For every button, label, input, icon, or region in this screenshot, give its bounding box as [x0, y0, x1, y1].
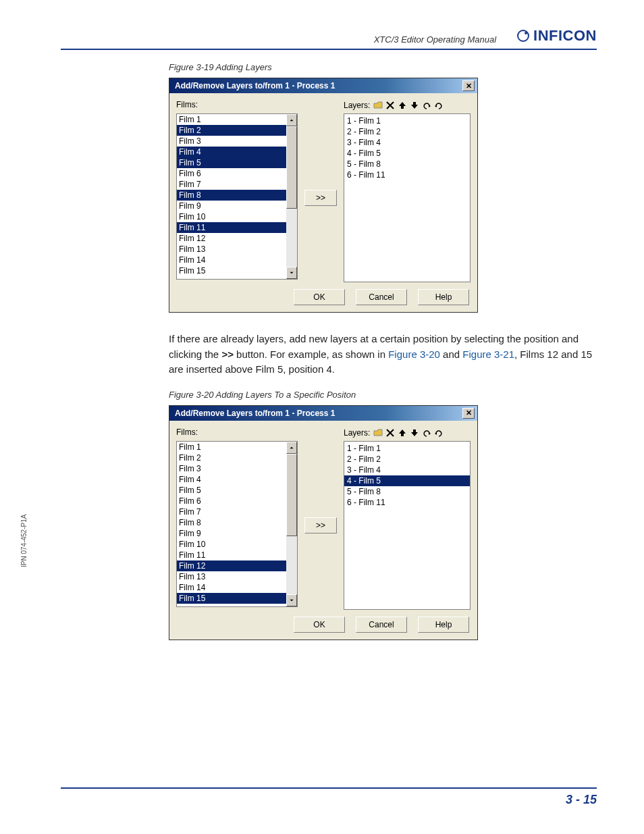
film-item[interactable]: Film 2: [177, 125, 286, 136]
help-button[interactable]: Help: [418, 617, 469, 633]
film-item[interactable]: Film 5: [177, 485, 286, 496]
film-item[interactable]: Film 2: [177, 452, 286, 463]
film-item[interactable]: Film 4: [177, 147, 286, 157]
film-item[interactable]: Film 8: [177, 517, 286, 528]
undo-icon[interactable]: [421, 427, 432, 438]
layer-item[interactable]: 5 - Film 8: [344, 486, 470, 497]
redo-icon[interactable]: [433, 427, 444, 438]
undo-icon[interactable]: [421, 100, 432, 111]
film-item[interactable]: Film 12: [177, 233, 286, 244]
layer-item[interactable]: 4 - Film 5: [344, 475, 470, 486]
ok-button[interactable]: OK: [294, 617, 345, 633]
figure-caption-19: Figure 3-19 Adding Layers: [169, 62, 597, 72]
layer-item[interactable]: 6 - Film 11: [344, 170, 470, 180]
manual-title: XTC/3 Editor Operating Manual: [374, 34, 503, 45]
brand-logo: INFICON: [516, 27, 597, 45]
layer-item[interactable]: 1 - Film 1: [344, 443, 470, 454]
film-item[interactable]: Film 10: [177, 211, 286, 222]
link-fig320[interactable]: Figure 3-20: [388, 348, 440, 360]
layer-item[interactable]: 6 - Film 11: [344, 497, 470, 508]
ok-button[interactable]: OK: [294, 289, 345, 305]
cancel-button[interactable]: Cancel: [356, 617, 407, 633]
dialog-title: Add/Remove Layers to/from 1 - Process 1: [175, 409, 335, 418]
film-item[interactable]: Film 3: [177, 136, 286, 147]
film-item[interactable]: Film 6: [177, 496, 286, 506]
film-item[interactable]: Film 14: [177, 255, 286, 265]
up-icon[interactable]: [397, 427, 408, 438]
scroll-down-icon[interactable]: [286, 594, 297, 606]
dialog-fig19: Add/Remove Layers to/from 1 - Process 1 …: [169, 78, 478, 313]
titlebar[interactable]: Add/Remove Layers to/from 1 - Process 1 …: [169, 406, 477, 421]
redo-icon[interactable]: [433, 100, 444, 111]
film-item[interactable]: Film 3: [177, 463, 286, 474]
move-right-button[interactable]: >>: [304, 190, 337, 206]
page-header: XTC/3 Editor Operating Manual INFICON: [61, 27, 597, 50]
down-icon[interactable]: [409, 427, 420, 438]
films-listbox[interactable]: Film 1Film 2Film 3Film 4Film 5Film 6Film…: [176, 113, 298, 280]
scroll-up-icon[interactable]: [286, 442, 297, 454]
film-item[interactable]: Film 7: [177, 179, 286, 190]
scroll-thumb[interactable]: [286, 126, 297, 209]
cancel-button[interactable]: Cancel: [356, 289, 407, 305]
scroll-thumb[interactable]: [286, 454, 297, 536]
film-item[interactable]: Film 11: [177, 550, 286, 561]
brand-icon: [516, 29, 530, 43]
ipn-label: IPN 074-452-P1A: [20, 515, 28, 567]
scrollbar[interactable]: [286, 114, 297, 279]
film-item[interactable]: Film 10: [177, 539, 286, 550]
up-icon[interactable]: [397, 100, 408, 111]
film-item[interactable]: Film 13: [177, 244, 286, 255]
dialog-fig20: Add/Remove Layers to/from 1 - Process 1 …: [169, 405, 478, 640]
page-number: 3 - 15: [61, 787, 597, 807]
film-item[interactable]: Film 4: [177, 474, 286, 485]
titlebar[interactable]: Add/Remove Layers to/from 1 - Process 1 …: [169, 78, 477, 93]
films-listbox[interactable]: Film 1Film 2Film 3Film 4Film 5Film 6Film…: [176, 441, 298, 607]
layer-item[interactable]: 3 - Film 4: [344, 465, 470, 475]
svg-point-1: [525, 32, 527, 34]
film-item[interactable]: Film 12: [177, 561, 286, 571]
layers-listbox[interactable]: 1 - Film 12 - Film 23 - Film 44 - Film 5…: [344, 441, 471, 610]
film-item[interactable]: Film 9: [177, 528, 286, 539]
layer-item[interactable]: 2 - Film 2: [344, 454, 470, 465]
open-icon[interactable]: [373, 427, 383, 438]
films-label: Films:: [176, 100, 298, 111]
scroll-down-icon[interactable]: [286, 267, 297, 279]
dialog-title: Add/Remove Layers to/from 1 - Process 1: [175, 81, 335, 90]
close-icon[interactable]: ✕: [462, 80, 475, 91]
scroll-up-icon[interactable]: [286, 114, 297, 126]
body-paragraph: If there are already layers, add new lay…: [169, 332, 597, 377]
layer-item[interactable]: 4 - Film 5: [344, 148, 470, 159]
films-label: Films:: [176, 427, 298, 438]
delete-icon[interactable]: [385, 100, 396, 111]
film-item[interactable]: Film 7: [177, 506, 286, 517]
open-icon[interactable]: [373, 100, 383, 111]
layers-label: Layers:: [344, 101, 370, 110]
film-item[interactable]: Film 1: [177, 442, 286, 452]
close-icon[interactable]: ✕: [462, 408, 475, 419]
film-item[interactable]: Film 5: [177, 157, 286, 168]
down-icon[interactable]: [409, 100, 420, 111]
film-item[interactable]: Film 9: [177, 201, 286, 211]
film-item[interactable]: Film 15: [177, 593, 286, 604]
layers-listbox[interactable]: 1 - Film 12 - Film 23 - Film 44 - Film 5…: [344, 113, 471, 282]
layer-item[interactable]: 5 - Film 8: [344, 159, 470, 170]
layer-item[interactable]: 2 - Film 2: [344, 126, 470, 137]
film-item[interactable]: Film 8: [177, 190, 286, 201]
film-item[interactable]: Film 1: [177, 114, 286, 125]
layers-label: Layers:: [344, 428, 370, 438]
film-item[interactable]: Film 11: [177, 222, 286, 233]
help-button[interactable]: Help: [418, 289, 469, 305]
film-item[interactable]: Film 14: [177, 582, 286, 593]
film-item[interactable]: Film 13: [177, 571, 286, 582]
move-right-button[interactable]: >>: [304, 517, 337, 533]
link-fig321[interactable]: Figure 3-21: [462, 348, 514, 360]
figure-caption-20: Figure 3-20 Adding Layers To a Specific …: [169, 390, 597, 400]
scrollbar[interactable]: [286, 442, 297, 606]
delete-icon[interactable]: [385, 427, 396, 438]
svg-point-0: [518, 30, 529, 41]
film-item[interactable]: Film 15: [177, 265, 286, 276]
layer-item[interactable]: 3 - Film 4: [344, 137, 470, 148]
film-item[interactable]: Film 6: [177, 168, 286, 179]
layer-item[interactable]: 1 - Film 1: [344, 115, 470, 126]
